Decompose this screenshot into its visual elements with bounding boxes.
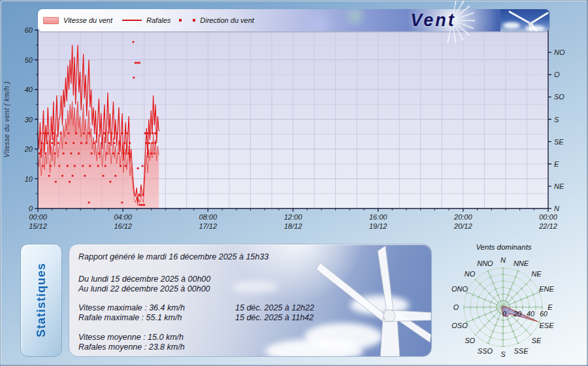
svg-text:NO: NO (465, 270, 476, 278)
svg-text:17/12: 17/12 (199, 222, 218, 230)
wind-chart: 0102030405060NOOSOSSEENEN00:0015/1204:00… (1, 1, 588, 241)
svg-text:SO: SO (465, 337, 475, 344)
svg-text:OSO: OSO (451, 322, 468, 329)
svg-text:ESE: ESE (540, 322, 555, 329)
svg-text:SSE: SSE (514, 347, 529, 355)
tab-statistiques[interactable]: Statistiques (20, 244, 62, 357)
svg-text:O: O (554, 71, 560, 78)
svg-text:O: O (453, 303, 459, 311)
svg-text:12:00: 12:00 (284, 213, 302, 221)
legend-rafales-label: Rafales (146, 16, 171, 24)
direction-dot-icon (193, 19, 195, 22)
svg-text:40: 40 (527, 310, 534, 318)
svg-text:50: 50 (25, 56, 33, 64)
svg-text:ONO: ONO (451, 285, 468, 293)
svg-text:04:00: 04:00 (114, 213, 132, 221)
rmax-text: Rafale maximale : 55.1 km/h (78, 313, 182, 322)
svg-text:20: 20 (24, 145, 33, 153)
banner-sky-image (500, 9, 549, 31)
rafales-line-icon (122, 20, 142, 21)
page-title: Vent (371, 10, 495, 31)
svg-text:15/12: 15/12 (29, 222, 47, 230)
chart-legend: Vitesse du vent Rafales Direction du ven… (43, 9, 254, 31)
vmax-text: Vitesse maximale : 36.4 km/h (78, 303, 185, 312)
svg-text:0: 0 (502, 310, 506, 318)
svg-text:20:00: 20:00 (453, 213, 472, 221)
svg-text:N: N (554, 205, 559, 212)
svg-text:08:00: 08:00 (199, 213, 218, 221)
svg-text:30: 30 (25, 116, 33, 124)
svg-text:10: 10 (25, 175, 33, 183)
svg-text:00:00: 00:00 (539, 213, 557, 221)
statistics-panel: Rapport généré le mardi 16 décembre 2025… (69, 244, 432, 357)
wind-rose-title: Vents dominants (455, 243, 553, 251)
wind-rose: NNNENEENEEESESESSESSSOSOOSOOONONONNO0204… (442, 251, 579, 366)
svg-text:NO: NO (554, 48, 565, 56)
legend-direction-label: Direction du vent (200, 16, 254, 24)
svg-text:18/12: 18/12 (284, 222, 302, 230)
report-generated-text: Rapport généré le mardi 16 décembre 2025… (78, 252, 269, 261)
app-window: 0102030405060NOOSOSSEENEN00:0015/1204:00… (0, 0, 588, 366)
svg-text:SSO: SSO (478, 347, 493, 355)
svg-text:SE: SE (554, 138, 564, 146)
svg-text:S: S (554, 116, 559, 124)
period-to-text: Au lundi 22 décembre 2025 à 00h00 (78, 284, 210, 293)
svg-text:ENE: ENE (539, 285, 554, 293)
svg-text:NE: NE (531, 270, 542, 278)
svg-text:SE: SE (532, 337, 542, 344)
svg-text:0: 0 (29, 205, 33, 212)
svg-text:60: 60 (540, 310, 547, 318)
svg-text:60: 60 (25, 26, 33, 34)
svg-text:16/12: 16/12 (114, 222, 132, 230)
period-from-text: Du lundi 15 décembre 2025 à 00h00 (78, 274, 210, 284)
ravg-text: Rafales moyenne : 23.8 km/h (78, 342, 185, 352)
svg-text:40: 40 (25, 86, 33, 93)
svg-text:19/12: 19/12 (369, 222, 387, 230)
svg-text:16:00: 16:00 (369, 213, 387, 221)
legend-vitesse-label: Vitesse du vent (63, 16, 112, 24)
rafales-dot-icon (179, 19, 182, 22)
rmax-date-text: 15 déc. 2025 à 11h42 (235, 313, 314, 322)
svg-text:N: N (500, 256, 506, 264)
svg-text:NNE: NNE (514, 259, 529, 267)
statistics-text: Rapport généré le mardi 16 décembre 2025… (69, 244, 431, 356)
vavg-text: Vitesse moyenne : 15.0 km/h (78, 333, 184, 342)
svg-text:20/12: 20/12 (453, 222, 472, 230)
vitesse-swatch-icon (43, 17, 59, 24)
svg-text:22/12: 22/12 (538, 222, 557, 230)
vmax-date-text: 15 déc. 2025 à 12h22 (235, 303, 314, 312)
y-axis-label: Vitesse du vent ( km/h ) (1, 30, 12, 208)
svg-text:E: E (554, 160, 559, 168)
svg-text:S: S (500, 350, 506, 358)
tab-statistiques-label: Statistiques (35, 263, 48, 337)
svg-text:SO: SO (554, 93, 564, 101)
svg-text:NE: NE (554, 182, 564, 190)
svg-text:E: E (547, 303, 553, 311)
svg-text:00:00: 00:00 (29, 213, 47, 221)
svg-text:20: 20 (513, 310, 521, 318)
svg-text:NNO: NNO (477, 259, 493, 267)
header-banner: Vitesse du vent Rafales Direction du ven… (38, 9, 549, 31)
